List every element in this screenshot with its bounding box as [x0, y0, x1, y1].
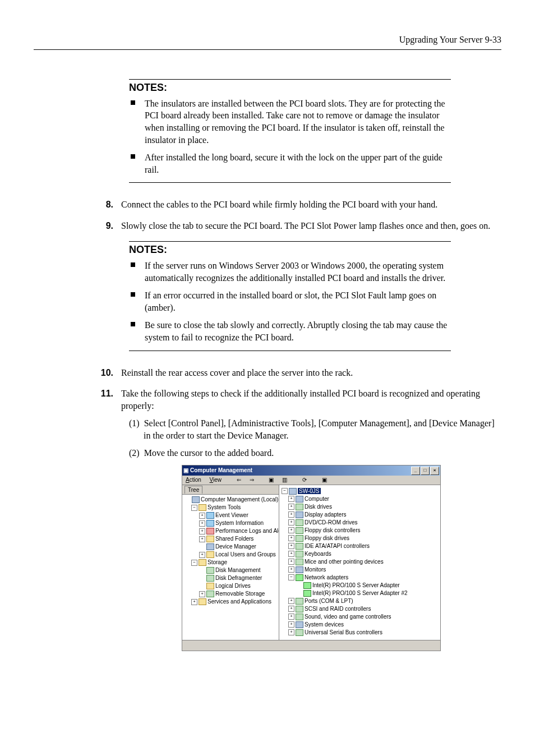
folder-icon — [206, 583, 214, 589]
tree-item-label: Disk drives — [305, 504, 332, 510]
tab-tree[interactable]: Tree — [185, 486, 202, 494]
comp-icon — [192, 496, 200, 503]
expand-icon[interactable]: + — [288, 551, 294, 557]
close-button[interactable]: × — [430, 467, 439, 475]
comp-icon — [206, 543, 214, 550]
comp-icon — [296, 566, 303, 573]
expand-icon[interactable]: + — [199, 536, 205, 542]
tree-item[interactable]: +System Information — [183, 519, 278, 527]
expand-icon[interactable]: + — [288, 621, 294, 628]
net-icon — [296, 574, 303, 581]
tree-item-label: Computer Management (Local) — [201, 496, 278, 503]
tree-item[interactable]: −SW-0JS — [280, 487, 439, 495]
tree-item-label: IDE ATA/ATAPI controllers — [305, 543, 370, 549]
tree-item[interactable]: +Shared Folders — [183, 535, 278, 543]
tree-item[interactable]: +Disk drives — [280, 503, 439, 511]
tree-item[interactable]: −Storage — [183, 559, 278, 566]
tree-item[interactable]: +Monitors — [280, 566, 439, 574]
expand-icon[interactable]: + — [199, 591, 205, 597]
tree-item[interactable]: +Keyboards — [280, 550, 439, 558]
tree-item-label: Disk Management — [215, 567, 261, 573]
tree-item[interactable]: +System devices — [280, 621, 439, 629]
folder-icon — [206, 551, 214, 558]
tree-item[interactable]: Intel(R) PRO/100 S Server Adapter #2 — [280, 589, 439, 597]
tree-item[interactable]: +Local Users and Groups — [183, 551, 278, 559]
expand-icon[interactable]: − — [191, 505, 197, 511]
up-icon[interactable]: ▣ — [269, 477, 274, 483]
expand-icon[interactable]: + — [288, 504, 294, 510]
expand-icon[interactable]: + — [288, 614, 294, 620]
tree-item[interactable]: +Performance Logs and Alerts — [183, 527, 278, 535]
tree-item[interactable]: +SCSI and RAID controllers — [280, 605, 439, 613]
back-icon[interactable]: ⇐ — [237, 477, 241, 483]
tree-item[interactable]: +Display adapters — [280, 511, 439, 519]
tree-item[interactable]: +Computer — [280, 495, 439, 503]
tree-item[interactable]: Logical Drives — [183, 582, 278, 590]
expand-icon[interactable]: + — [288, 566, 294, 573]
tree-item[interactable]: +DVD/CD-ROM drives — [280, 519, 439, 527]
tree-item[interactable]: Disk Defragmenter — [183, 574, 278, 582]
expand-icon[interactable]: − — [191, 560, 197, 566]
computer-icon[interactable]: ▣ — [322, 477, 327, 483]
maximize-button[interactable]: □ — [421, 467, 430, 475]
expand-icon[interactable]: + — [288, 496, 294, 502]
expand-icon[interactable]: + — [288, 535, 294, 541]
tree-item[interactable]: +Universal Serial Bus controllers — [280, 629, 439, 637]
dev-icon — [296, 629, 303, 636]
expand-icon[interactable]: + — [199, 513, 205, 519]
forward-icon[interactable]: ⇒ — [250, 477, 254, 483]
minimize-button[interactable]: _ — [411, 467, 420, 475]
dev-icon — [296, 504, 303, 510]
left-tree[interactable]: Computer Management (Local)−System Tools… — [182, 495, 279, 607]
window-titlebar[interactable]: ▣ Computer Management _ □ × — [182, 465, 440, 476]
menu-action[interactable]: AActionction — [186, 477, 201, 483]
tree-item-label: Floppy disk controllers — [305, 527, 360, 533]
tree-item[interactable]: +Removable Storage — [183, 590, 278, 598]
page-content: NOTES: The insulators are installed betw… — [34, 79, 501, 651]
refresh-icon[interactable]: ⟳ — [302, 477, 307, 483]
tree-item[interactable]: Device Manager — [183, 543, 278, 551]
properties-icon[interactable]: ▥ — [282, 477, 287, 483]
note-item: Be sure to close the tab slowly and corr… — [129, 319, 451, 343]
tree-item-label: Ports (COM & LPT) — [305, 598, 353, 604]
expand-icon[interactable]: + — [288, 598, 294, 604]
expand-icon[interactable]: + — [288, 543, 294, 549]
expand-icon[interactable]: + — [288, 527, 294, 533]
expand-icon[interactable]: + — [199, 520, 205, 527]
tree-item[interactable]: +Event Viewer — [183, 511, 278, 519]
tree-item[interactable]: +Ports (COM & LPT) — [280, 597, 439, 605]
tree-item-label: Services and Applications — [207, 598, 271, 605]
tree-item[interactable]: −Network adapters — [280, 574, 439, 582]
tree-item[interactable]: +IDE ATA/ATAPI controllers — [280, 542, 439, 550]
tree-item[interactable]: +Floppy disk controllers — [280, 527, 439, 534]
net-icon — [303, 582, 311, 589]
tree-item[interactable]: +Sound, video and game controllers — [280, 613, 439, 621]
expand-icon[interactable]: + — [191, 599, 197, 605]
tree-item-label: SCSI and RAID controllers — [305, 606, 371, 612]
step-number: 9. — [90, 220, 121, 232]
expand-icon[interactable]: − — [288, 574, 294, 580]
expand-icon[interactable]: + — [288, 606, 294, 612]
expand-icon[interactable]: + — [199, 528, 205, 534]
expand-icon[interactable]: − — [282, 488, 288, 494]
tree-item[interactable]: Intel(R) PRO/100 S Server Adapter — [280, 582, 439, 589]
window-body: Tree Computer Management (Local)−System … — [182, 485, 440, 640]
expand-icon[interactable]: + — [288, 559, 294, 565]
tree-item[interactable]: +Mice and other pointing devices — [280, 558, 439, 566]
tree-item-label: DVD/CD-ROM drives — [305, 519, 357, 525]
note-item: After installed the long board, secure i… — [129, 151, 451, 176]
tree-item-label: System Tools — [207, 504, 241, 510]
tree-item[interactable]: +Services and Applications — [183, 598, 278, 606]
tree-item[interactable]: Computer Management (Local) — [183, 496, 278, 504]
expand-icon[interactable]: + — [288, 511, 294, 518]
tree-item[interactable]: −System Tools — [183, 504, 278, 511]
expand-icon[interactable]: + — [288, 519, 294, 525]
menu-view[interactable]: VViewiew — [210, 477, 222, 483]
expand-icon[interactable]: + — [199, 552, 205, 558]
step-text: Slowly close the tab to secure the PCI b… — [121, 220, 501, 232]
right-tree[interactable]: −SW-0JS+Computer+Disk drives+Display ada… — [279, 485, 440, 638]
tree-item[interactable]: Disk Management — [183, 566, 278, 574]
tree-item[interactable]: +Floppy disk drives — [280, 534, 439, 542]
expand-icon[interactable]: + — [288, 629, 294, 635]
tree-item-label: Display adapters — [305, 511, 346, 518]
